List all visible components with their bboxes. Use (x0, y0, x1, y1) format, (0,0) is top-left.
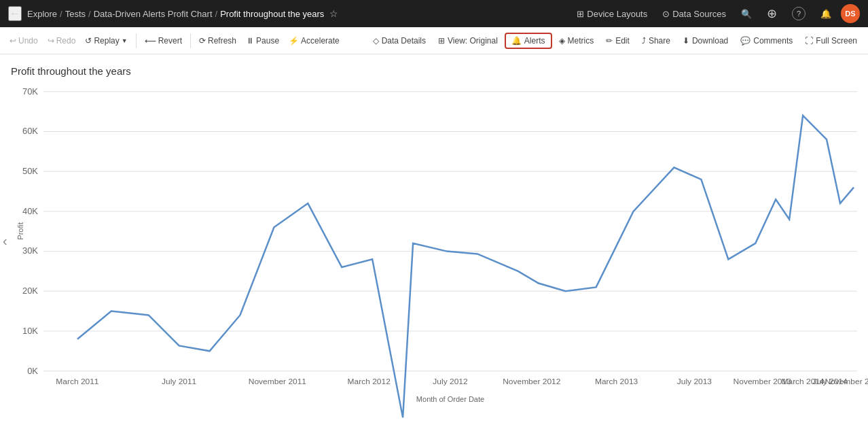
view-original-button[interactable]: ⊞ View: Original (433, 33, 503, 48)
data-sources-button[interactable]: ⊙ Data Sources (657, 6, 731, 22)
view-original-label: View: Original (448, 36, 498, 46)
fullscreen-button[interactable]: ⛶ Full Screen (799, 33, 863, 48)
share-button[interactable]: ⤴ Share (636, 33, 676, 48)
divider-2 (190, 33, 191, 48)
device-layouts-button[interactable]: ⊞ Device Layouts (571, 6, 653, 22)
divider-1 (136, 33, 137, 48)
y-axis-label-container: Profit (14, 85, 27, 377)
notifications-button[interactable]: 🔔 (815, 6, 837, 22)
comments-icon: 💬 (740, 36, 751, 46)
data-sources-label: Data Sources (672, 9, 726, 19)
redo-button[interactable]: ↪ Redo (43, 33, 80, 48)
chart-svg: 0K 10K 20K 30K 40K 50K 60K 70K (43, 85, 857, 391)
svg-text:March 2012: March 2012 (348, 377, 391, 386)
revert-label: Revert (158, 36, 182, 46)
fullscreen-label: Full Screen (816, 36, 857, 46)
search-icon: 🔍 (741, 9, 752, 19)
refresh-button[interactable]: ⟳ Refresh (195, 33, 240, 48)
back-icon: ← (10, 7, 20, 20)
avatar-label: DS (845, 10, 855, 18)
breadcrumb-explore[interactable]: Explore (27, 9, 57, 19)
view-icon: ⊞ (438, 36, 445, 46)
undo-icon: ↩ (10, 36, 16, 46)
replay-chevron: ▼ (122, 37, 128, 44)
svg-text:July 2012: July 2012 (433, 377, 467, 386)
svg-text:November 2012: November 2012 (503, 377, 560, 386)
download-button[interactable]: ⬇ Download (677, 33, 734, 48)
redo-label: Redo (56, 36, 76, 46)
data-details-button[interactable]: ◇ Data Details (367, 33, 431, 48)
add-button[interactable]: ⊕ (761, 3, 782, 24)
svg-text:July 2013: July 2013 (677, 377, 712, 386)
breadcrumb-current: Profit throughout the years (220, 9, 324, 19)
device-layouts-icon: ⊞ (577, 9, 584, 19)
breadcrumb-tests[interactable]: Tests (65, 9, 86, 19)
breadcrumb-sep1: / (60, 9, 62, 19)
y-axis: 0K 10K 20K 30K 40K 50K 60K 70K (22, 86, 857, 376)
replay-label: Replay (94, 36, 119, 46)
y-axis-label: Profit (16, 222, 24, 240)
chart-body: Profit 0K 10K 20K 30K 40K 50K 60K (11, 85, 857, 391)
prev-icon: ‹ (3, 233, 7, 248)
prev-button[interactable]: ‹ (0, 228, 10, 254)
breadcrumb-sep3: / (215, 9, 218, 19)
edit-label: Edit (615, 36, 630, 46)
edit-button[interactable]: ✏ Edit (600, 33, 635, 48)
data-details-label: Data Details (382, 36, 426, 46)
avatar[interactable]: DS (841, 4, 860, 23)
revert-button[interactable]: ⟵ Revert (141, 33, 186, 48)
search-button[interactable]: 🔍 (736, 6, 757, 22)
accelerate-button[interactable]: ⚡ Accelerate (285, 33, 344, 48)
top-nav: ← Explore / Tests / Data-Driven Alerts P… (0, 0, 868, 27)
svg-text:November 2011: November 2011 (249, 377, 307, 386)
fullscreen-icon: ⛶ (805, 36, 813, 46)
pause-button[interactable]: ⏸ Pause (242, 33, 283, 48)
metrics-button[interactable]: ◈ Metrics (554, 33, 600, 48)
revert-icon: ⟵ (145, 36, 156, 46)
edit-icon: ✏ (606, 36, 613, 46)
metrics-label: Metrics (568, 36, 594, 46)
help-button[interactable]: ? (786, 4, 811, 23)
share-icon: ⤴ (642, 36, 646, 46)
svg-text:March 2013: March 2013 (595, 377, 638, 386)
favorite-icon[interactable]: ☆ (329, 8, 338, 19)
alerts-button[interactable]: 🔔 Alerts (505, 33, 552, 49)
svg-text:July 2011: July 2011 (162, 377, 197, 386)
bell-icon: 🔔 (820, 9, 831, 19)
breadcrumb-sep2: / (88, 9, 91, 19)
alerts-bell-icon: 🔔 (511, 36, 522, 46)
download-icon: ⬇ (683, 36, 689, 46)
help-icon: ? (792, 7, 806, 20)
download-label: Download (692, 36, 728, 46)
chart-container: ‹ Profit throughout the years Profit 0K … (0, 54, 868, 427)
svg-text:March 2011: March 2011 (56, 377, 99, 386)
device-layouts-label: Device Layouts (587, 9, 647, 19)
refresh-label: Refresh (208, 36, 236, 46)
data-sources-icon: ⊙ (662, 9, 670, 19)
share-label: Share (649, 36, 670, 46)
svg-text:November 2014: November 2014 (825, 377, 868, 386)
pause-label: Pause (256, 36, 279, 46)
breadcrumb-chart[interactable]: Data-Driven Alerts Profit Chart (94, 9, 213, 19)
redo-icon: ↪ (48, 36, 54, 46)
accelerate-icon: ⚡ (289, 36, 299, 46)
chart-title: Profit throughout the years (11, 65, 857, 77)
nav-right: ⊞ Device Layouts ⊙ Data Sources 🔍 ⊕ ? 🔔 … (571, 3, 860, 24)
metrics-icon: ◈ (559, 36, 565, 46)
toolbar-right: ◇ Data Details ⊞ View: Original 🔔 Alerts… (367, 33, 863, 49)
x-axis: March 2011 July 2011 November 2011 March… (56, 377, 868, 386)
alerts-label: Alerts (524, 36, 545, 46)
svg-text:0K: 0K (27, 366, 38, 376)
pause-icon: ⏸ (246, 36, 254, 46)
undo-redo-group: ↩ Undo ↪ Redo ↺ Replay ▼ ⟵ Revert ⟳ Refr… (5, 33, 344, 48)
undo-label: Undo (18, 36, 38, 46)
back-button[interactable]: ← (8, 6, 22, 21)
undo-button[interactable]: ↩ Undo (5, 33, 42, 48)
comments-label: Comments (753, 36, 793, 46)
replay-button[interactable]: ↺ Replay ▼ (81, 33, 131, 48)
data-details-icon: ◇ (373, 36, 379, 46)
comments-button[interactable]: 💬 Comments (735, 33, 798, 48)
refresh-icon: ⟳ (199, 36, 206, 46)
accelerate-label: Accelerate (301, 36, 340, 46)
breadcrumb: Explore / Tests / Data-Driven Alerts Pro… (27, 8, 566, 19)
